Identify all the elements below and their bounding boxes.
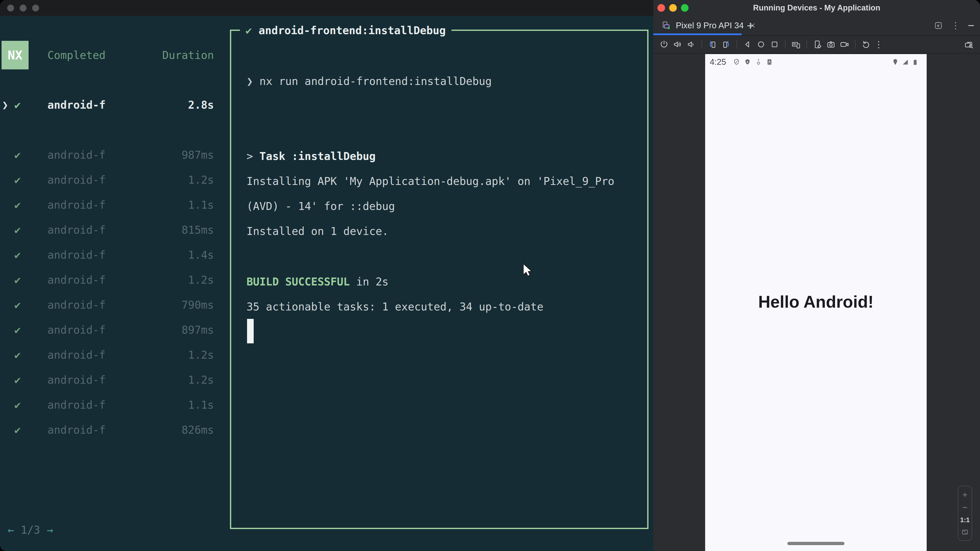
build-duration: in 2s [350, 275, 389, 288]
toolbar-divider [702, 40, 702, 49]
reset-button[interactable] [861, 39, 871, 49]
check-icon: ✔ [14, 342, 21, 367]
shield-play-icon [744, 58, 751, 66]
next-page-arrow[interactable]: → [47, 524, 53, 536]
command-line: ❯ nx run android-frontend:installDebug [247, 73, 492, 89]
prev-page-arrow[interactable]: ← [8, 524, 14, 536]
task-row-selected[interactable]: ❯ ✔ android-f 2.8s [0, 92, 220, 118]
toolbar-more-kebab-icon[interactable]: ⋮ [874, 39, 882, 49]
task-duration: 1.2s [188, 342, 214, 367]
prompt-caret-icon: ❯ [247, 75, 253, 87]
home-button[interactable] [756, 39, 766, 49]
check-icon: ✔ [14, 167, 21, 192]
check-icon: ✔ [14, 242, 21, 267]
actual-size-button[interactable]: 1:1 [960, 516, 970, 524]
task-duration: 1.1s [188, 392, 214, 417]
column-duration: Duration [162, 41, 214, 69]
screen-record-button[interactable] [839, 39, 850, 49]
task-row[interactable]: ✔ android-f 1.2s [0, 267, 220, 292]
task-duration: 1.1s [188, 192, 214, 218]
toolbar-divider [785, 40, 786, 49]
task-duration: 1.2s [188, 167, 214, 192]
task-list-header: Completed Duration [0, 41, 220, 69]
task-row[interactable]: ✔ android-f 897ms [0, 318, 220, 342]
check-icon: ✔ [14, 318, 21, 342]
task-duration: 987ms [182, 142, 214, 167]
task-name: android-f [48, 142, 106, 167]
zoom-in-button[interactable]: + [963, 490, 967, 499]
tab-options-kebab-icon[interactable]: ⋮ [951, 20, 960, 31]
task-row[interactable]: ✔ android-f 1.2s [0, 367, 220, 392]
screenshot-button[interactable] [826, 39, 836, 49]
minimize-window-button[interactable] [20, 5, 27, 11]
gradle-task-name: Task :installDebug [259, 150, 375, 162]
toolbar-divider [807, 40, 807, 49]
check-icon: ✔ [14, 218, 21, 242]
window-title: Running Devices - My Application [653, 3, 980, 13]
task-duration: 2.8s [188, 92, 214, 118]
column-completed: Completed [48, 41, 106, 69]
task-row[interactable]: ✔ android-f 1.2s [0, 342, 220, 367]
snapshots-button[interactable] [791, 39, 801, 49]
volume-down-button[interactable] [686, 39, 696, 49]
selection-caret-icon: ❯ [2, 92, 8, 118]
task-name: android-f [48, 267, 106, 292]
power-button[interactable] [659, 39, 669, 49]
page-indicator: 1/3 [21, 524, 40, 536]
output-line: (AVD) - 14' for ::debug [247, 198, 395, 214]
device-connected-icon [661, 21, 671, 30]
ui-inspect-icon[interactable] [964, 40, 974, 50]
android-status-bar: 4:25 A [705, 54, 927, 70]
battery-icon [912, 58, 919, 66]
hide-panel-icon[interactable]: − [968, 19, 974, 32]
task-row[interactable]: ✔ android-f 1.4s [0, 242, 220, 267]
back-button[interactable] [742, 39, 752, 49]
gesture-navigation-bar[interactable] [788, 542, 845, 545]
emulator-screen[interactable]: 4:25 A [705, 54, 927, 551]
command-text: nx run android-frontend:installDebug [259, 75, 492, 87]
device-settings-button[interactable] [812, 39, 822, 49]
task-row[interactable]: ✔ android-f 815ms [0, 218, 220, 242]
volume-up-button[interactable] [673, 39, 682, 49]
rotate-left-button[interactable] [708, 39, 718, 49]
dock-window-icon[interactable] [934, 21, 943, 30]
task-name: android-f [48, 392, 106, 417]
check-icon: ✔ [245, 24, 252, 37]
terminal-cursor [247, 319, 254, 343]
close-window-button[interactable] [7, 5, 14, 11]
check-icon: ✔ [14, 367, 21, 392]
maximize-window-button[interactable] [32, 5, 39, 11]
zoom-out-button[interactable]: − [963, 503, 967, 512]
zoom-controls: + − 1:1 [958, 486, 972, 541]
task-row[interactable]: ✔ android-f 790ms [0, 292, 220, 318]
rotate-right-button[interactable] [721, 39, 731, 49]
overview-button[interactable] [770, 39, 780, 49]
task-duration: 1.4s [188, 242, 214, 267]
shield-icon [733, 58, 740, 66]
emulator-toolbar: ⋮ [653, 36, 980, 54]
task-row[interactable]: ✔ android-f 1.1s [0, 392, 220, 417]
running-devices-window: Running Devices - My Application Pixel 9… [653, 0, 980, 551]
tab-label: Pixel 9 Pro API 34 [676, 21, 744, 30]
task-name: android-f [48, 192, 106, 218]
add-device-tab-button[interactable]: + [747, 16, 754, 35]
task-row[interactable]: ✔ android-f 1.2s [0, 167, 220, 192]
task-duration: 790ms [182, 292, 214, 318]
task-duration: 826ms [182, 417, 214, 442]
task-row[interactable]: ✔ android-f 1.1s [0, 192, 220, 218]
gradle-task-line: > Task :installDebug [247, 148, 375, 164]
status-time: 4:25 [710, 57, 726, 67]
terminal-titlebar [0, 0, 653, 16]
mouse-cursor-icon [522, 263, 533, 279]
output-line: Installed on 1 device. [247, 223, 388, 239]
task-row[interactable]: ✔ android-f 987ms [0, 142, 220, 167]
task-row[interactable]: ✔ android-f 826ms [0, 417, 220, 442]
toolbar-divider [737, 40, 737, 49]
check-icon: ✔ [14, 392, 21, 417]
tab-pixel-9-pro[interactable]: Pixel 9 Pro API 34 × [653, 16, 757, 35]
build-status-line: BUILD SUCCESSFUL in 2s [247, 273, 388, 290]
check-icon: ✔ [14, 92, 21, 118]
output-line: Installing APK 'My Application-debug.apk… [247, 173, 614, 189]
fit-screen-icon[interactable] [961, 528, 969, 536]
task-name: android-f [48, 417, 106, 442]
